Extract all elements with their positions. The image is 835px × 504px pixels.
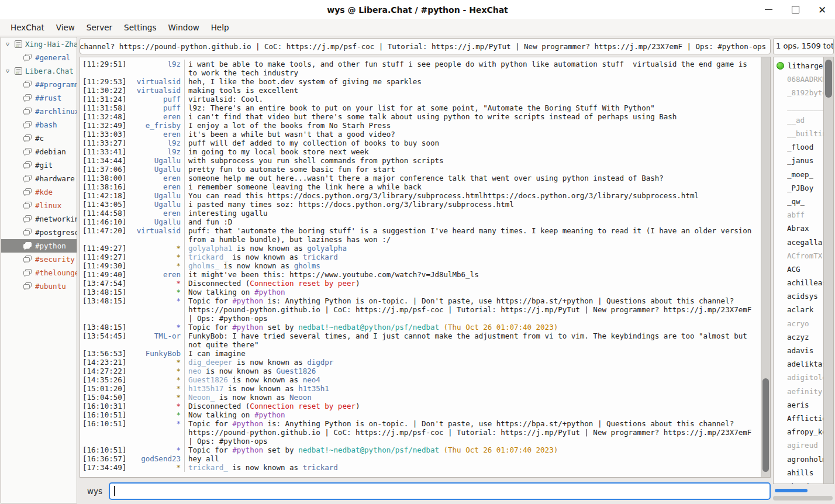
sidebar-item-networking[interactable]: #networking: [1, 212, 77, 226]
sidebar-item-programming[interactable]: ##programming: [1, 78, 77, 91]
userlist-item[interactable]: agireud: [774, 439, 823, 452]
message-timestamp: [11:33:03]: [82, 130, 128, 139]
userlist-item[interactable]: __ad: [774, 113, 823, 127]
sidebar-item-general[interactable]: #general: [1, 51, 77, 64]
userlist-item[interactable]: __builtin: [774, 127, 823, 140]
message-segment: gholms_: [188, 261, 219, 270]
sidebar-item-ubuntu[interactable]: #ubuntu: [1, 279, 77, 293]
message-segment: Now talking on: [188, 410, 254, 419]
userlist-item[interactable]: afropy_ke: [774, 425, 823, 439]
userlist-item[interactable]: ACG: [774, 263, 823, 276]
menu-help[interactable]: Help: [205, 19, 235, 36]
minimize-button[interactable]: [764, 5, 773, 15]
userlist-item[interactable]: adavis: [774, 344, 823, 357]
userlist-item[interactable]: litharge: [774, 59, 823, 73]
sidebar-item-bash[interactable]: #bash: [1, 118, 77, 132]
message-segment: Neoon_: [188, 393, 215, 402]
sidebar-item-git[interactable]: #git: [1, 158, 77, 172]
userlist-item[interactable]: _moep_: [774, 168, 823, 181]
topic-bar[interactable]: Anything Python is on-topic. | Don't pas…: [80, 38, 771, 54]
userlist-item[interactable]: aclark: [774, 303, 823, 316]
message-timestamp: [11:31:24]: [82, 95, 128, 103]
sidebar-item-kde[interactable]: #kde: [1, 185, 77, 199]
menu-settings[interactable]: Settings: [118, 19, 162, 36]
menu-hexchat[interactable]: HexChat: [5, 19, 50, 36]
message-segment: #python: [232, 419, 263, 428]
event-star: *: [128, 375, 184, 384]
server-row[interactable]: ▽Xing-Hai-Zhan: [1, 37, 77, 51]
chat-message: [17:34:49]*trickard_ is now known as tri…: [82, 463, 761, 472]
userlist-item[interactable]: achilleas: [774, 276, 823, 289]
chat-scrollbar[interactable]: [761, 57, 770, 477]
message-text: pretty fun to automate some basic fun fo…: [184, 165, 761, 174]
userlist-item[interactable]: aefinity: [774, 385, 823, 398]
message-segment: trickard_: [188, 253, 228, 261]
message-timestamp: [11:30:22]: [82, 86, 128, 95]
maximize-button[interactable]: [791, 5, 800, 15]
message-nick: eren: [128, 174, 184, 182]
userlist-item[interactable]: ACfromTX: [774, 249, 823, 263]
sidebar-item-linux[interactable]: #linux: [1, 199, 77, 212]
sidebar-item-rust[interactable]: ##rust: [1, 91, 77, 105]
userlist-scrollbar-thumb[interactable]: [825, 60, 832, 98]
userlist-hscrollbar-thumb[interactable]: [775, 489, 808, 492]
chat-scrollbar-thumb[interactable]: [762, 378, 769, 472]
message-text: dig_deeper is now known as digdpr: [184, 358, 761, 367]
channel-name: #archlinux: [35, 107, 77, 116]
event-star: *: [128, 244, 184, 253]
userlist-item[interactable]: 068AADRKN: [774, 73, 823, 86]
sidebar-item-thelounge[interactable]: #thelounge: [1, 266, 77, 279]
userlist-item[interactable]: acegalla-: [774, 235, 823, 248]
channel-icon: [23, 81, 32, 88]
channel-icon: [23, 175, 32, 182]
sidebar-item-postgresql[interactable]: #postgresql: [1, 226, 77, 239]
userlist-item[interactable]: adigitole: [774, 371, 823, 384]
userlist-item[interactable]: Abrax: [774, 222, 823, 235]
message-segment: ): [356, 402, 360, 410]
event-star: *: [128, 288, 184, 296]
userlist-hscrollbar[interactable]: [773, 489, 833, 493]
sidebar-item-c[interactable]: #c: [1, 132, 77, 145]
bottom-scroll-track[interactable]: [773, 496, 833, 500]
userlist-item[interactable]: ahills: [774, 466, 823, 479]
userlist-item[interactable]: AhmedAmer: [774, 479, 823, 484]
message-nick: virtualsid: [128, 86, 184, 95]
userlist-item[interactable]: abff: [774, 208, 823, 222]
message-text: i can't find that video but there's some…: [184, 112, 761, 121]
userlist-item[interactable]: _flood: [774, 140, 823, 154]
message-text: someone help me out here...wasn't there …: [184, 174, 761, 182]
message-timestamp: [11:33:27]: [82, 139, 128, 147]
userlist-item[interactable]: adeliktas: [774, 357, 823, 371]
message-text: puff will def added to my collection of …: [184, 139, 761, 147]
message-input[interactable]: [109, 482, 771, 500]
userlist-item[interactable]: _janus: [774, 154, 823, 167]
sidebar-item-hardware[interactable]: #hardware: [1, 172, 77, 185]
expander-icon[interactable]: ▽: [4, 68, 12, 74]
sidebar-item-debian[interactable]: #debian: [1, 145, 77, 158]
menu-server[interactable]: Server: [81, 19, 118, 36]
menu-view[interactable]: View: [50, 19, 81, 36]
userlist-item[interactable]: acidsys: [774, 289, 823, 303]
userlist-item[interactable]: Afflictio: [774, 412, 823, 425]
userlist-item[interactable]: aczyz: [774, 330, 823, 344]
userlist-item[interactable]: _________: [774, 100, 823, 113]
sidebar-item-archlinux[interactable]: #archlinux: [1, 105, 77, 118]
userlist-item[interactable]: aeris: [774, 398, 823, 412]
userlist-item[interactable]: _qw_: [774, 195, 823, 208]
userlist-item[interactable]: _PJBoy: [774, 181, 823, 195]
userlist-item[interactable]: _8192byte: [774, 86, 823, 99]
server-row[interactable]: ▽Libera.Chat: [1, 64, 77, 78]
close-button[interactable]: ✕: [817, 5, 827, 15]
message-segment: is now known as: [215, 393, 289, 402]
sidebar-item-security[interactable]: #security: [1, 253, 77, 266]
userlist-item[interactable]: agronholm: [774, 452, 823, 465]
close-icon: ✕: [818, 5, 826, 15]
user-nick: adavis: [787, 346, 813, 355]
sidebar-item-python[interactable]: #python: [1, 239, 77, 253]
userlist-scrollbar[interactable]: [824, 57, 834, 484]
center-column: Anything Python is on-topic. | Don't pas…: [77, 36, 773, 504]
menu-window[interactable]: Window: [162, 19, 205, 36]
expander-icon[interactable]: ▽: [4, 41, 12, 47]
message-segment: #python: [232, 446, 263, 454]
userlist-item[interactable]: acryo: [774, 317, 823, 330]
